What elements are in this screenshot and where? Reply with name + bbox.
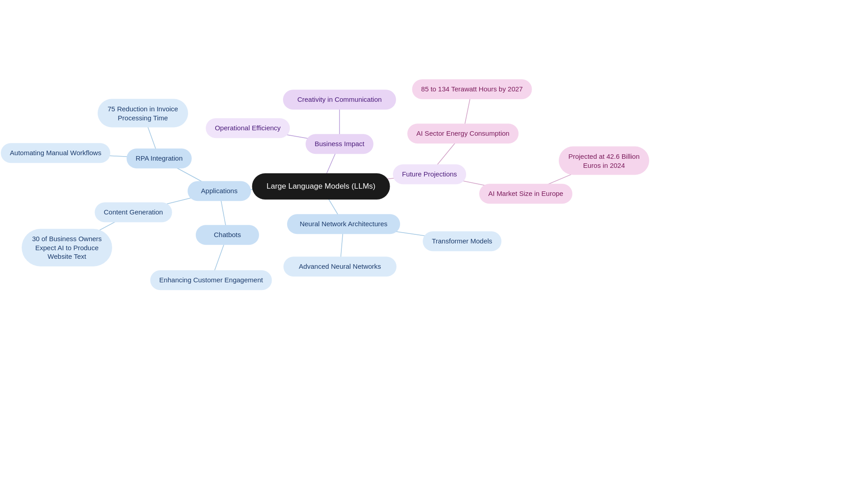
node-applications: Applications [188,181,251,201]
node-automating_workflows: Automating Manual Workflows [1,143,110,163]
node-neural_network_arch: Neural Network Architectures [287,214,400,234]
node-label-transformer_models: Transformer Models [432,237,492,246]
node-label-creativity_communication: Creativity in Communication [297,95,382,104]
node-operational_efficiency: Operational Efficiency [206,118,290,138]
node-label-invoice_reduction: 75 Reduction in Invoice Processing Time [107,105,179,122]
node-label-operational_efficiency: Operational Efficiency [215,124,281,133]
node-label-neural_network_arch: Neural Network Architectures [300,219,387,228]
node-transformer_models: Transformer Models [423,231,501,251]
node-label-rpa_integration: RPA Integration [136,154,183,163]
node-label-applications: Applications [201,186,238,195]
node-rpa_integration: RPA Integration [127,148,192,168]
node-business_impact: Business Impact [306,134,373,154]
mind-map: Large Language Models (LLMs)Applications… [0,0,868,490]
node-terawatt_hours: 85 to 134 Terawatt Hours by 2027 [412,79,532,99]
node-label-center: Large Language Models (LLMs) [267,181,376,191]
node-center: Large Language Models (LLMs) [252,173,390,200]
node-chatbots: Chatbots [196,225,259,245]
node-label-enhancing_engagement: Enhancing Customer Engagement [159,276,263,285]
node-label-ai_sector_energy: AI Sector Energy Consumption [416,129,509,138]
node-label-future_projections: Future Projections [402,170,457,179]
node-label-business_impact: Business Impact [315,139,364,148]
node-future_projections: Future Projections [393,164,466,184]
node-label-ai_market_europe: AI Market Size in Europe [488,189,563,198]
node-label-advanced_neural_networks: Advanced Neural Networks [299,262,381,271]
node-label-business_owners_expect: 30 of Business Owners Expect AI to Produ… [31,234,103,261]
node-label-content_generation: Content Generation [104,208,163,217]
node-label-projected_euros: Projected at 42.6 Billion Euros in 2024 [568,152,640,170]
node-advanced_neural_networks: Advanced Neural Networks [283,257,396,276]
node-business_owners_expect: 30 of Business Owners Expect AI to Produ… [22,229,112,266]
node-ai_sector_energy: AI Sector Energy Consumption [407,124,519,143]
node-label-automating_workflows: Automating Manual Workflows [10,148,101,157]
node-creativity_communication: Creativity in Communication [283,90,396,109]
node-label-chatbots: Chatbots [214,230,241,239]
node-invoice_reduction: 75 Reduction in Invoice Processing Time [98,99,188,128]
node-content_generation: Content Generation [95,202,172,222]
node-projected_euros: Projected at 42.6 Billion Euros in 2024 [559,147,649,175]
node-ai_market_europe: AI Market Size in Europe [479,184,572,204]
node-enhancing_engagement: Enhancing Customer Engagement [150,270,272,290]
node-label-terawatt_hours: 85 to 134 Terawatt Hours by 2027 [421,85,523,94]
